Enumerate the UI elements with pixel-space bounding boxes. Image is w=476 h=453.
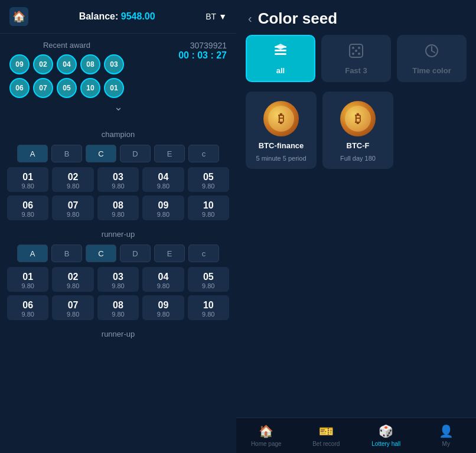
currency-dropdown[interactable]: BT ▼ <box>206 12 227 21</box>
recent-award-section: Recent award 09 02 04 08 03 06 07 05 10 … <box>0 34 236 125</box>
btc-f-icon: ₿ <box>340 101 376 136</box>
runner-up-1-num-10[interactable]: 109.80 <box>188 295 229 320</box>
champion-tab-C[interactable]: C <box>86 145 116 162</box>
champion-section: champion A B C D E c 019.80 029.80 039.8… <box>7 130 229 220</box>
btc-finance-sub: 5 minute 5 period <box>256 155 307 162</box>
runner-up-1-num-02[interactable]: 029.80 <box>52 267 93 292</box>
runner-up-1-tabs: A B C D E c <box>7 245 229 262</box>
runner-up-1-title: runner-up <box>7 230 229 239</box>
runner-up-1-tab-A[interactable]: A <box>17 245 48 262</box>
btc-f-name: BTC-F <box>347 141 370 150</box>
nav-bet-record-label: Bet record <box>312 441 340 447</box>
ball-10: 10 <box>80 78 100 98</box>
svg-point-7 <box>352 53 354 55</box>
nav-bet-record-icon: 🎫 <box>319 424 334 438</box>
champion-num-09[interactable]: 099.80 <box>142 195 184 220</box>
runner-up-1-num-09[interactable]: 099.80 <box>142 295 184 320</box>
runner-up-1-num-03[interactable]: 039.80 <box>97 267 139 292</box>
runner-up-1-tab-B[interactable]: B <box>51 245 82 262</box>
champion-title: champion <box>7 130 229 139</box>
game-section: champion A B C D E c 019.80 029.80 039.8… <box>0 125 236 453</box>
runner-up-section-1: runner-up A B C D E c 019.80 029.80 039.… <box>7 230 229 320</box>
champion-num-02[interactable]: 029.80 <box>52 167 93 192</box>
expand-icon[interactable]: ⌄ <box>9 98 227 118</box>
runner-up-1-numbers: 019.80 029.80 039.80 049.80 059.80 069.8… <box>7 267 229 320</box>
seed-tab-time-color[interactable]: Time color <box>397 35 467 82</box>
award-number: 30739921 <box>190 41 227 50</box>
champion-num-01[interactable]: 019.80 <box>7 167 48 192</box>
btc-f-sub: Full day 180 <box>340 155 376 162</box>
back-button[interactable]: ‹ <box>248 12 252 25</box>
seed-tabs: all Fast 3 <box>236 35 476 92</box>
countdown-timer: 00 : 03 : 27 <box>178 50 227 61</box>
nav-lottery-hall[interactable]: 🎲 Lottery hall <box>356 418 416 453</box>
svg-point-5 <box>352 47 354 49</box>
nav-my[interactable]: 👤 My <box>416 418 477 453</box>
champion-num-07[interactable]: 079.80 <box>52 195 93 220</box>
layers-icon <box>272 43 289 63</box>
award-info: 30739921 00 : 03 : 27 <box>178 41 227 61</box>
seed-tab-all-label: all <box>276 66 285 75</box>
runner-up-1-num-08[interactable]: 089.80 <box>97 295 139 320</box>
runner-up-1-num-06[interactable]: 069.80 <box>7 295 48 320</box>
nav-lottery-hall-label: Lottery hall <box>371 441 400 447</box>
home-icon[interactable]: 🏠 <box>9 7 28 26</box>
svg-line-12 <box>432 51 435 53</box>
seed-tab-fast3-label: Fast 3 <box>345 66 367 75</box>
balance-display: Balance: 9548.00 <box>79 11 155 22</box>
game-cards: ₿ BTC-finance 5 minute 5 period ₿ BTC-F … <box>236 92 476 169</box>
runner-up-2-title: runner-up <box>7 330 229 338</box>
champion-num-05[interactable]: 059.80 <box>188 167 229 192</box>
runner-up-1-tab-C[interactable]: C <box>86 245 116 262</box>
balls-row-2: 06 07 05 10 01 <box>9 78 124 98</box>
svg-point-6 <box>358 47 360 49</box>
clock-icon <box>423 43 440 63</box>
svg-rect-2 <box>275 53 286 55</box>
balls-row-1: 09 02 04 08 03 <box>9 54 124 74</box>
right-panel: ‹ Color seed all <box>236 0 476 453</box>
runner-up-1-num-07[interactable]: 079.80 <box>52 295 93 320</box>
nav-my-label: My <box>442 441 450 447</box>
dropdown-arrow-icon: ▼ <box>219 12 227 21</box>
seed-tab-fast3[interactable]: Fast 3 <box>321 35 391 82</box>
champion-tab-D[interactable]: D <box>120 145 151 162</box>
svg-point-9 <box>355 50 357 52</box>
nav-bet-record[interactable]: 🎫 Bet record <box>296 418 357 453</box>
ball-06: 06 <box>9 78 30 98</box>
runner-up-1-num-05[interactable]: 059.80 <box>188 267 229 292</box>
balance-label: Balance: <box>79 11 119 21</box>
svg-rect-1 <box>275 50 286 51</box>
ball-05: 05 <box>57 78 77 98</box>
runner-up-section-2: runner-up <box>7 330 229 338</box>
ball-07: 07 <box>33 78 53 98</box>
champion-numbers: 019.80 029.80 039.80 049.80 059.80 069.8… <box>7 167 229 220</box>
nav-home[interactable]: 🏠 Home page <box>236 418 296 453</box>
champion-num-03[interactable]: 039.80 <box>97 167 139 192</box>
nav-my-icon: 👤 <box>439 424 454 438</box>
runner-up-1-num-04[interactable]: 049.80 <box>142 267 184 292</box>
ball-01: 01 <box>104 78 124 98</box>
champion-num-08[interactable]: 089.80 <box>97 195 139 220</box>
champion-tab-E[interactable]: E <box>154 145 185 162</box>
champion-num-10[interactable]: 109.80 <box>188 195 229 220</box>
btc-finance-name: BTC-finance <box>259 141 304 150</box>
runner-up-1-num-01[interactable]: 019.80 <box>7 267 48 292</box>
champion-num-04[interactable]: 049.80 <box>142 167 184 192</box>
balance-value: 9548.00 <box>121 11 155 21</box>
seed-tab-all[interactable]: all <box>246 35 315 82</box>
left-panel: 🏠 Balance: 9548.00 BT ▼ Recent award 09 … <box>0 0 236 453</box>
btc-finance-card[interactable]: ₿ BTC-finance 5 minute 5 period <box>246 92 317 169</box>
champion-tab-B[interactable]: B <box>51 145 82 162</box>
ball-03: 03 <box>104 54 124 74</box>
nav-lottery-hall-icon: 🎲 <box>379 424 393 438</box>
dice-icon <box>348 43 364 63</box>
champion-tab-A[interactable]: A <box>17 145 48 162</box>
runner-up-1-tab-E[interactable]: E <box>154 245 185 262</box>
ball-02: 02 <box>33 54 53 74</box>
runner-up-1-tab-c[interactable]: c <box>188 245 219 262</box>
champion-num-06[interactable]: 069.80 <box>7 195 48 220</box>
ball-09: 09 <box>9 54 30 74</box>
btc-f-card[interactable]: ₿ BTC-F Full day 180 <box>322 92 393 169</box>
runner-up-1-tab-D[interactable]: D <box>120 245 151 262</box>
champion-tab-c[interactable]: c <box>188 145 219 162</box>
